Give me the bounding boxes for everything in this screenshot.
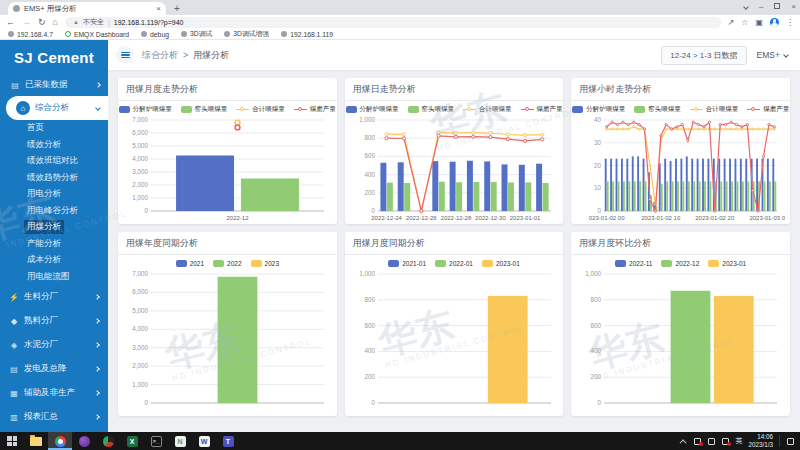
taskbar-word[interactable]: W [192,432,216,450]
legend-item[interactable]: 合计喂煤量 [463,105,512,114]
taskbar-excel[interactable]: X [120,432,144,450]
legend-item[interactable]: 煤磨产量 [521,105,563,114]
legend-item[interactable]: 2021 [176,260,204,267]
legend-item[interactable]: 分解炉喂煤量 [572,105,625,114]
notification-center-icon[interactable] [786,437,794,445]
legend-item[interactable]: 2023 [251,260,279,267]
tray-volume-icon[interactable] [721,437,729,445]
sidebar-submenu-item[interactable]: 绩效趋势分析 [0,170,108,187]
taskbar-app-color[interactable] [96,432,120,450]
sidebar-submenu-item[interactable]: 用煤分析 [0,219,108,236]
sidebar-group-item[interactable]: ▦辅助及非生产 [0,381,108,405]
taskbar-terminal[interactable]: >_ [144,432,168,450]
start-button[interactable] [0,432,24,450]
maximize-button[interactable] [774,0,780,13]
sidebar-submenu-item[interactable]: 绩效分析 [0,137,108,154]
forward-icon[interactable]: → [22,17,31,27]
taskbar-chrome[interactable] [48,432,72,450]
tray-chat-icon[interactable] [707,437,715,445]
reload-icon[interactable]: ↻ [38,17,46,27]
legend-item[interactable]: 煤磨产量 [747,105,789,114]
sidebar-submenu-item[interactable]: 产能分析 [0,236,108,253]
home-icon[interactable]: ⌂ [53,17,58,27]
sidebar-submenu-item[interactable]: 成本分析 [0,252,108,269]
share-icon[interactable]: ↗ [728,18,735,27]
date-range-button[interactable]: 12-24 > 1-3 日数据 [661,46,746,65]
bookmark-star-icon[interactable]: ☆ [741,18,748,27]
browser-tab[interactable]: EMS+ 用煤分析 × [8,2,166,15]
legend-item[interactable]: 合计喂煤量 [236,105,285,114]
tray-app-icon[interactable] [693,437,701,445]
legend-item[interactable]: 2022-12 [661,260,699,267]
svg-text:1,000: 1,000 [132,194,148,201]
svg-text:7,000: 7,000 [132,270,148,277]
legend-item[interactable]: 分解炉喂煤量 [119,105,172,114]
bookmark-item[interactable]: 3D调试 [181,29,212,39]
back-icon[interactable]: ← [6,17,15,27]
sidebar-group-item[interactable]: ◈水泥分厂 [0,333,108,357]
sidebar-group-item[interactable]: ▥报表汇总 [0,405,108,429]
sidebar-item-collected-data[interactable]: ▤ 已采集数据 [0,74,108,96]
chart-plot[interactable]: 01,0002,0003,0004,0005,0006,0007,000 [123,269,332,414]
sidebar-submenu-item[interactable]: 用电峰谷分析 [0,203,108,220]
teams-icon: T [223,436,234,447]
taskbar-app-purple[interactable] [72,432,96,450]
breadcrumb-section[interactable]: 综合分析 [142,49,178,62]
menu-toggle-button[interactable] [116,46,134,64]
legend-item[interactable]: 2022-01 [435,260,473,267]
sidebar-group-item[interactable]: ⚡生料分厂 [0,285,108,309]
sidebar-group-item[interactable]: ◆熟料分厂 [0,309,108,333]
sidebar-item-overview[interactable]: ⌂ 综合分析 [6,96,108,120]
legend-item[interactable]: 窑头喂煤量 [634,105,681,114]
chart-panel: 用煤日走势分析分解炉喂煤量窑头喂煤量合计喂煤量煤磨产量0200400600800… [345,78,564,224]
window-close-button[interactable]: × [791,0,796,13]
taskbar-teams[interactable]: T [216,432,240,450]
tab-title: EMS+ 用煤分析 [24,4,152,14]
tab-close-icon[interactable]: × [156,4,161,13]
sidebar-submenu-item[interactable]: 首页 [0,120,108,137]
sidebar-submenu-item[interactable]: 用电分析 [0,186,108,203]
browser-menu-icon[interactable]: ⋮ [786,18,794,27]
legend-item[interactable]: 合计喂煤量 [690,105,739,114]
chart-icon: ▦ [9,389,19,398]
chart-plot[interactable]: 010203040023-01-02 002023-01-02 102023-0… [576,115,785,222]
legend-item[interactable]: 2022 [213,260,241,267]
taskbar-file-explorer[interactable] [24,432,48,450]
svg-text:2022-12-26: 2022-12-26 [406,215,437,221]
sidebar-group-item[interactable]: ▤发电及总降 [0,357,108,381]
legend-item[interactable]: 窑头喂煤量 [181,105,228,114]
tab-search-icon[interactable] [744,0,748,13]
legend-swatch [521,106,534,113]
legend-item[interactable]: 窑头喂煤量 [408,105,455,114]
legend-item[interactable]: 分解炉喂煤量 [346,105,399,114]
legend-item[interactable]: 2023-01 [708,260,746,267]
profile-avatar[interactable] [770,18,779,27]
bookmark-item[interactable]: 192.168.1.119 [281,31,333,38]
sidebar-submenu-item[interactable]: 绩效班组对比 [0,153,108,170]
chart-plot[interactable]: 02004006008001,000 [350,269,559,414]
chart-plot[interactable]: 02004006008001,000 [576,269,785,414]
legend-item[interactable]: 2021-01 [388,260,426,267]
url-field[interactable]: ▲ 不安全 | 192.168.1.119/?p=940 [65,17,721,28]
taskbar-editor[interactable]: N [168,432,192,450]
sidebar-submenu-item[interactable]: 用电能流图 [0,269,108,286]
purple-app-icon [79,436,90,447]
bookmark-item[interactable]: EMQX Dashboard [65,31,129,38]
chart-plot[interactable]: 02004006008001,0002022-12-242022-12-2620… [350,115,559,222]
bookmark-item[interactable]: 3D调试增强 [224,29,269,39]
app-switcher-dropdown[interactable]: EMS+ [757,50,788,60]
legend-item[interactable]: 煤磨产量 [294,105,336,114]
side-panel-icon[interactable]: ▣ [755,18,763,27]
bookmark-item[interactable]: 192.168.4.7 [8,31,53,38]
bookmark-item[interactable]: debug [141,31,169,38]
ime-indicator[interactable]: 英 [735,436,742,446]
new-tab-button[interactable]: + [174,2,180,15]
legend-item[interactable]: 2023-01 [482,260,520,267]
svg-text:7,000: 7,000 [132,116,148,123]
chart-plot[interactable]: 01,0002,0003,0004,0005,0006,0007,0002022… [123,115,332,222]
taskbar-clock[interactable]: 14:06 2023/1/3 [748,433,773,449]
tray-expand-icon[interactable] [680,439,687,446]
chart-legend: 2021-012022-012023-01 [350,258,559,269]
minimize-button[interactable]: – [759,0,763,13]
legend-item[interactable]: 2022-11 [615,260,652,267]
